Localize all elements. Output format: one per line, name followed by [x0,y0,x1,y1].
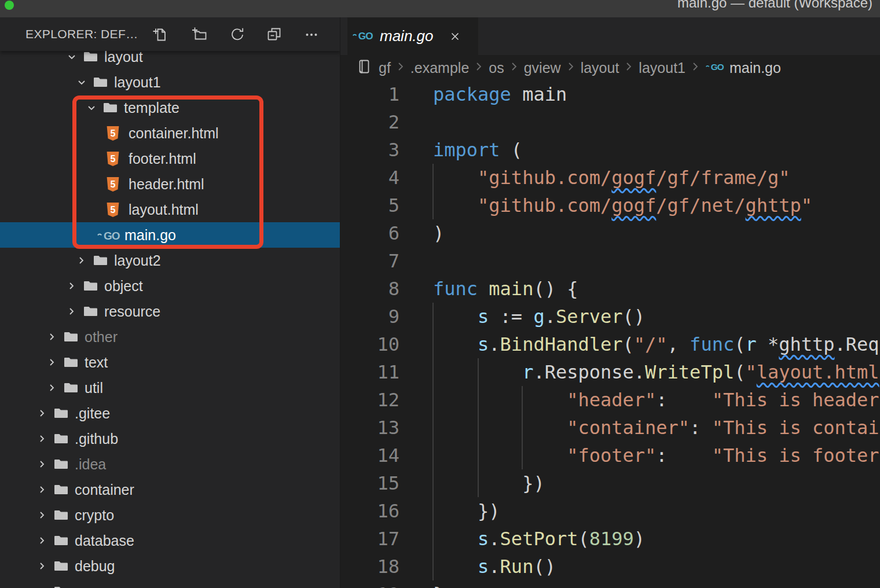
line-number[interactable]: 16 [340,497,399,525]
tree-item-layout1[interactable]: layout1 [0,69,340,95]
line-number[interactable]: 4 [340,164,399,192]
tree-item-database[interactable]: database [0,528,340,553]
chevron-right-icon[interactable] [36,484,48,495]
breadcrumb-item-layout1[interactable]: layout1 [639,60,685,76]
code-line: 15 }) [340,469,880,497]
code-line: 18 s.Run() [340,553,880,580]
code-line-text: func main() { [433,275,578,303]
chevron-right-icon[interactable] [36,509,48,521]
chevron-right-icon[interactable] [36,535,48,546]
line-number[interactable]: 18 [340,553,399,580]
chevron-right-icon[interactable] [36,586,48,588]
line-number[interactable]: 19 [340,580,399,588]
chevron-right-icon[interactable] [46,357,58,368]
line-number[interactable]: 10 [340,330,399,358]
tree-item-util[interactable]: util [0,375,340,400]
tree-item-crypto[interactable]: crypto [0,502,340,528]
folder-icon [93,255,107,266]
explorer-sidebar: layoutlayout1template5container.html5foo… [0,17,340,588]
folder-icon [83,280,97,292]
breadcrumb-item-main.go[interactable]: main.go [729,60,781,76]
tree-item-layout2[interactable]: layout2 [0,248,340,273]
tree-item-label: .github [75,431,118,447]
breadcrumbs: gf.exampleosgviewlayoutlayout1GOmain.go [340,55,880,80]
code-line: 19} [340,580,880,588]
explorer-header: EXPLORER: DEF… [0,17,340,51]
code-line: 1package main [340,80,880,108]
chevron-right-icon [566,61,575,75]
chevron-right-icon[interactable] [46,382,58,394]
tree-item-.idea[interactable]: .idea [0,451,340,477]
chevron-right-icon[interactable] [36,407,48,419]
tree-item-other[interactable]: other [0,324,340,350]
window-control-green[interactable] [5,1,14,10]
code-line-text: "footer": "This is footer", [433,442,880,469]
line-number[interactable]: 2 [340,108,399,136]
refresh-icon[interactable] [229,26,245,42]
more-actions-icon[interactable] [303,26,320,42]
breadcrumb-item-os[interactable]: os [489,60,504,76]
code-line: 13 "container": "This is container", [340,414,880,442]
tree-item-debug[interactable]: debug [0,553,340,579]
line-number[interactable]: 1 [340,80,399,108]
folder-icon [93,76,107,88]
line-number[interactable]: 12 [340,386,399,414]
tab-main-go[interactable]: GO main.go [347,17,478,55]
chevron-down-icon[interactable] [76,76,87,88]
folder-icon [54,560,68,572]
chevron-right-icon[interactable] [46,331,58,343]
tree-item-text[interactable]: text [0,350,340,375]
line-number[interactable]: 9 [340,303,399,330]
line-number[interactable]: 15 [340,469,399,497]
line-number[interactable]: 14 [340,442,399,469]
line-number[interactable]: 7 [340,247,399,275]
code-line-text: s.Run() [433,553,556,580]
tree-item-resource[interactable]: resource [0,299,340,324]
chevron-right-icon[interactable] [36,458,48,470]
close-icon[interactable] [449,30,461,43]
chevron-right-icon[interactable] [66,280,78,292]
chevron-right-icon[interactable] [76,255,87,266]
line-number[interactable]: 17 [340,525,399,553]
tree-item-label: object [104,278,143,295]
code-line: 9 s := g.Server() [340,303,880,330]
chevron-down-icon[interactable] [66,51,78,63]
code-editor[interactable]: 1package main23import (4 "github.com/gog… [340,80,880,588]
go-icon: GO [352,30,374,43]
folder-icon [83,51,97,63]
code-line: 3import ( [340,136,880,164]
code-line: 4 "github.com/gogf/gf/frame/g" [340,164,880,192]
tree-item-object[interactable]: object [0,273,340,299]
breadcrumb-item-gf[interactable]: gf [379,60,391,76]
line-number[interactable]: 3 [340,136,399,164]
chevron-right-icon[interactable] [36,433,48,444]
breadcrumb-item-gview[interactable]: gview [524,60,561,76]
code-line-text: s.BindHandler("/", func(r *ghttp.Request… [433,330,880,358]
tree-item-.github[interactable]: .github [0,426,340,451]
line-number[interactable]: 11 [340,358,399,386]
tab-bar: GO main.go [340,17,880,55]
line-number[interactable]: 6 [340,219,399,247]
line-number[interactable]: 13 [340,414,399,442]
code-line-text: s.SetPort(8199) [433,525,645,553]
tree-item-label: database [75,532,134,549]
new-folder-icon[interactable] [191,26,207,42]
folder-icon [54,433,68,444]
chevron-right-icon[interactable] [66,306,78,317]
breadcrumb-item-layout[interactable]: layout [581,60,619,76]
new-file-icon[interactable] [152,26,168,42]
chevron-right-icon[interactable] [36,560,48,572]
tree-item-container[interactable]: container [0,477,340,502]
tree-item-.gitee[interactable]: .gitee [0,400,340,426]
code-line-text: ) [433,219,444,247]
folder-icon [54,458,68,470]
line-number[interactable]: 5 [340,192,399,219]
collapse-folders-icon[interactable] [266,26,283,42]
line-number[interactable]: 8 [340,275,399,303]
svg-text:GO: GO [358,30,373,41]
window-title: main.go — default (Workspace) [677,0,872,11]
tree-item-label: text [85,354,108,371]
code-line-text: r.Response.WriteTpl("layout.html", g.Map… [433,358,880,386]
breadcrumb-item-.example[interactable]: .example [410,60,469,76]
tree-item-partial[interactable] [0,579,340,588]
